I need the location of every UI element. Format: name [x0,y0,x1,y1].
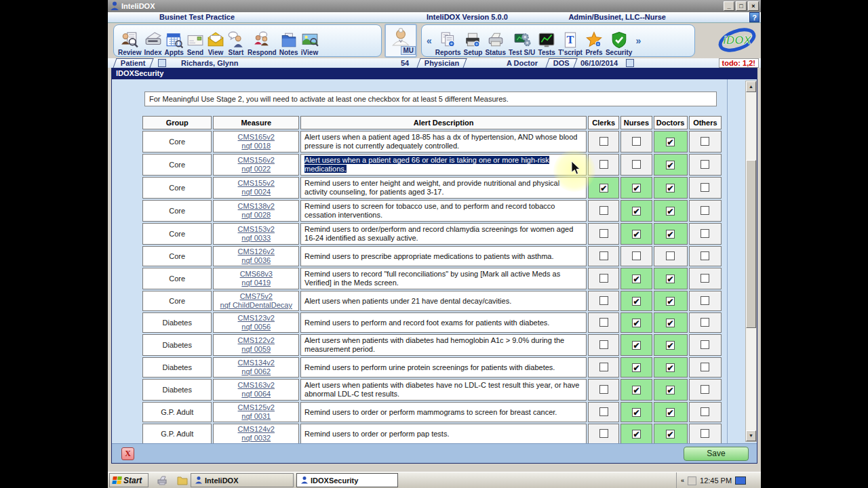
reports-button[interactable]: Reports [434,25,462,56]
measure-link-cms[interactable]: CMS163v2 [238,381,275,389]
description-cell[interactable]: Alert users when a patient aged 18-85 ha… [300,131,587,152]
measure-link-cms[interactable]: CMS156v2 [238,156,275,164]
checkbox[interactable] [599,229,608,238]
measure-link-cms[interactable]: CMS153v2 [238,225,275,233]
tscript-button[interactable]: T T'script [557,25,584,56]
scroll-down-icon[interactable]: ▼ [746,430,756,441]
description-cell[interactable]: Alert users when a patient aged 66 or ol… [300,154,587,176]
checkbox[interactable] [666,251,675,260]
tray-app-icon[interactable] [688,476,696,485]
checkbox[interactable]: ✔ [666,341,675,350]
checkbox[interactable]: ✔ [666,274,675,283]
measure-link-nqf[interactable]: nqf 0032 [241,434,271,442]
minimize-button[interactable]: _ [724,1,734,11]
chevron-left-icon[interactable]: « [425,35,434,46]
notes-button[interactable]: Notes [278,25,300,56]
checkbox-cell-nurses[interactable]: ✔ [620,334,652,356]
checkbox[interactable] [701,274,709,283]
checkbox[interactable]: ✔ [632,184,641,192]
checkbox-cell-nurses[interactable]: ✔ [620,177,652,199]
measure-link-nqf[interactable]: nqf 0419 [241,279,271,287]
dialog-close-button[interactable]: X [121,447,134,460]
checkbox[interactable] [599,429,608,438]
test-su-button[interactable]: Test S/U [507,25,536,56]
checkbox[interactable] [599,318,608,327]
checkbox-cell-clerks[interactable] [588,334,619,356]
checkbox-cell-nurses[interactable]: ✔ [620,291,652,311]
measure-link-nqf[interactable]: nqf 0064 [241,390,271,398]
index-button[interactable]: Index [142,25,163,56]
checkbox-cell-doctors[interactable]: ✔ [654,357,688,378]
checkbox[interactable] [701,206,709,215]
checkbox[interactable]: ✔ [666,386,675,394]
view-button[interactable]: View [205,25,226,56]
description-cell[interactable]: Remind users to order or perform pap tes… [300,424,587,444]
checkbox-cell-nurses[interactable]: ✔ [620,402,652,422]
checkbox[interactable] [599,274,608,283]
setup-button[interactable]: Setup [462,25,484,56]
patient-tab[interactable]: Patient [113,58,153,68]
checkbox-cell-others[interactable] [689,334,722,356]
measure-link-nqf[interactable]: nqf 0022 [241,165,271,173]
checkbox-cell-nurses[interactable]: ✔ [620,312,652,333]
checkbox[interactable] [701,363,709,371]
taskbar-button-intelidox[interactable]: InteliDOX [191,473,294,487]
checkbox[interactable] [701,407,709,416]
checkbox-cell-others[interactable] [689,200,722,222]
checkbox-cell-clerks[interactable] [588,357,619,378]
checkbox-cell-clerks[interactable] [588,200,619,222]
checkbox-cell-others[interactable] [689,424,722,444]
checkbox-cell-doctors[interactable]: ✔ [654,223,688,245]
start-chat-button[interactable]: Start [226,25,246,56]
checkbox[interactable] [599,385,608,394]
checkbox[interactable] [701,229,709,238]
checkbox[interactable]: ✔ [632,230,641,239]
appts-button[interactable]: Appts [163,25,185,56]
security-button[interactable]: Security [604,25,633,56]
checkbox-cell-doctors[interactable] [654,246,688,266]
checkbox[interactable]: ✔ [632,386,641,394]
checkbox-cell-doctors[interactable]: ✔ [654,177,688,199]
checkbox-cell-clerks[interactable] [588,246,619,266]
checkbox[interactable]: ✔ [666,430,675,439]
checkbox-cell-clerks[interactable] [588,268,619,289]
review-button[interactable]: Review [117,25,142,56]
description-cell[interactable]: Remind users to record "full reconciliat… [300,268,587,289]
checkbox-cell-nurses[interactable]: ✔ [620,379,652,401]
quicklaunch-folder-icon[interactable] [177,475,188,485]
description-cell[interactable]: Remind users to order/perform and record… [300,223,587,245]
idox-logo[interactable]: iDOX [717,23,757,57]
description-cell[interactable]: Remind users to order or perform mammogr… [300,402,587,422]
checkbox[interactable] [599,160,608,169]
measure-link-cms[interactable]: CMS122v2 [238,336,275,344]
measure-link-nqf[interactable]: nqf 0036 [241,256,271,264]
checkbox[interactable]: ✔ [632,363,641,372]
checkbox-cell-others[interactable] [689,312,722,333]
checkbox[interactable]: ✔ [632,297,641,306]
checkbox[interactable]: ✔ [632,341,641,350]
checkbox[interactable] [599,251,608,260]
iview-button[interactable]: iView [300,25,320,56]
checkbox-cell-nurses[interactable]: ✔ [620,357,652,378]
checkbox-cell-doctors[interactable]: ✔ [654,379,688,401]
measure-link-cms[interactable]: CMS124v2 [238,425,275,433]
checkbox[interactable] [701,183,709,192]
tests-button[interactable]: Tests [536,25,557,56]
measure-link-nqf[interactable]: nqf 0059 [241,345,271,353]
measure-link-cms[interactable]: CMS126v2 [238,247,275,256]
checkbox[interactable]: ✔ [666,138,675,146]
checkbox-cell-nurses[interactable] [620,246,652,266]
checkbox-cell-doctors[interactable]: ✔ [654,200,688,222]
description-cell[interactable]: Alert users when patients with diabetes … [300,334,587,356]
checkbox[interactable]: ✔ [666,297,675,306]
measure-link-cms[interactable]: CMS165v2 [238,133,275,141]
checkbox-cell-nurses[interactable] [620,131,652,152]
checkbox-cell-nurses[interactable] [620,154,652,176]
checkbox-cell-doctors[interactable]: ✔ [654,334,688,356]
dos-checkbox[interactable] [626,59,634,67]
tray-expand-icon[interactable]: « [681,477,684,484]
checkbox[interactable] [599,340,608,349]
description-cell[interactable]: Remind users to screen for tobacco use, … [300,200,587,222]
checkbox-cell-doctors[interactable]: ✔ [654,291,688,311]
physician-tab[interactable]: Physician [416,58,467,68]
